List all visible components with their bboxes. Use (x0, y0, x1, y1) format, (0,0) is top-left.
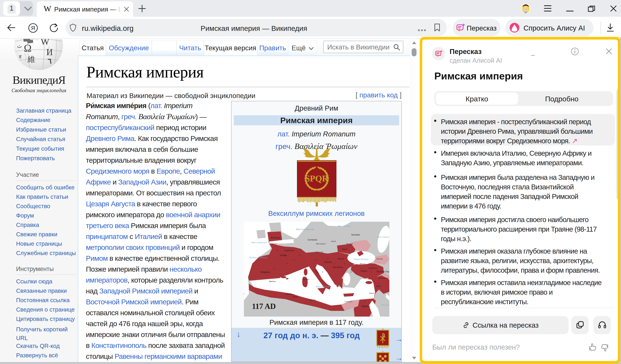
svg-text:Germania: Germania (308, 238, 317, 241)
svg-text:Britannia: Britannia (271, 236, 280, 239)
svg-text:ह: ह (19, 54, 21, 59)
svg-text:Mare Caspium: Mare Caspium (377, 236, 389, 238)
svg-text:Numidia: Numidia (309, 299, 316, 301)
svg-text:Sarmatia: Sarmatia (351, 234, 360, 236)
svg-text:Mare Suebicum: Mare Suebicum (338, 225, 351, 227)
svg-text:Mare Cantabricum: Mare Cantabricum (251, 241, 267, 244)
svg-text:ث: ث (17, 43, 22, 49)
svg-text:Parthian Empire: Parthian Empire (376, 270, 389, 273)
svg-text:Ægyptus: Ægyptus (361, 305, 370, 307)
svg-text:Quadi: Quadi (331, 240, 336, 242)
svg-text:Cyrenaica: Cyrenaica (345, 301, 352, 302)
svg-text:Syria: Syria (376, 285, 381, 287)
svg-text:Galatia: Galatia (361, 270, 367, 272)
svg-text:Hispania: Hispania (260, 271, 270, 273)
svg-text:٦: ٦ (48, 57, 52, 65)
svg-text:Macedonia: Macedonia (333, 266, 343, 268)
svg-text:Mare Internum: Mare Internum (316, 285, 330, 288)
svg-text:Baetica: Baetica (269, 280, 276, 283)
svg-text:Judaea: Judaea (369, 292, 374, 294)
svg-text:Dalmatia: Dalmatia (324, 261, 332, 263)
svg-text:Gallia: Gallia (280, 254, 286, 257)
svg-text:SPQR: SPQR (305, 174, 329, 183)
svg-text:Mesopotamia: Mesopotamia (378, 277, 388, 279)
svg-text:Я: Я (31, 25, 35, 31)
svg-text:Lugdunensis: Lugdunensis (284, 249, 294, 252)
svg-text:Oceanus Atlanticus: Oceanus Atlanticus (249, 256, 267, 259)
svg-text:維: 維 (28, 55, 35, 63)
svg-text:Mauretania: Mauretania (286, 293, 294, 295)
svg-text:Sinus Arabicus: Sinus Arabicus (381, 304, 389, 306)
svg-text:117 AD: 117 AD (252, 302, 276, 311)
svg-text:Bithynia: Bithynia (360, 263, 366, 265)
svg-text:Mare Germanicum: Mare Germanicum (296, 228, 314, 231)
svg-text:W: W (41, 39, 50, 47)
svg-text:Noricum: Noricum (316, 251, 323, 253)
svg-text:Dacia: Dacia (342, 248, 347, 250)
svg-text:Africa: Africa (292, 295, 298, 298)
svg-text:Roxolani: Roxolani (346, 243, 353, 245)
svg-text:И: И (46, 47, 53, 57)
svg-text:Moesia: Moesia (338, 258, 344, 260)
svg-text:Armenia: Armenia (376, 258, 383, 260)
svg-text:Marcomanni: Marcomanni (316, 243, 326, 245)
svg-text:Cappadocia: Cappadocia (368, 267, 377, 269)
svg-text:Pontus Euxinus: Pontus Euxinus (354, 258, 369, 260)
svg-text:Sardinia: Sardinia (303, 278, 309, 280)
svg-text:Ω: Ω (24, 42, 32, 54)
